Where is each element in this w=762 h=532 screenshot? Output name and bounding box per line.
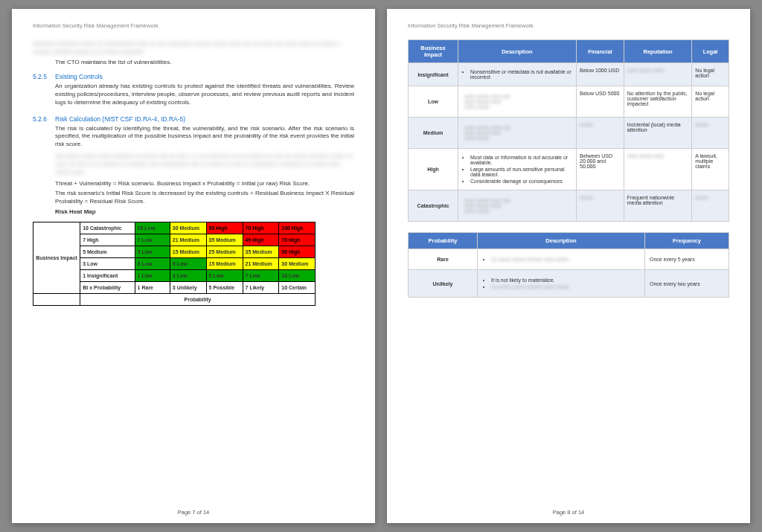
formula-text: Threat + Vulnerability = Risk scenario. … <box>55 180 354 188</box>
page-footer: Page 8 of 14 <box>387 509 750 516</box>
heat-map-title: Risk Heat Map <box>55 208 354 217</box>
section-title: Existing Controls <box>55 73 354 80</box>
section-body: An organization already has existing con… <box>55 83 354 106</box>
section-body: The risk is calculated by identifying th… <box>55 125 354 149</box>
section-title: Risk Calculation (NIST CSF ID.RA-4, ID.R… <box>55 115 354 123</box>
page-7: Information Security Risk Management Fra… <box>12 9 375 523</box>
redacted-text: xxx xxxxx xxxxx xxxx xxxxxxx xx xxxxx xx… <box>55 152 354 177</box>
page-header: Information Security Risk Management Fra… <box>408 22 729 29</box>
risk-heat-map-table: Business Impact10 Catastrophic10 Low30 M… <box>33 222 316 306</box>
section-number: 5.2.6 <box>33 115 55 219</box>
business-impact-table: Business ImpactDescriptionFinancialReput… <box>408 39 729 222</box>
redacted-text: xxxxxxx xxxxxxxx xxxxx xx xxxxxxxxxx xxx… <box>33 39 354 56</box>
section-number: 5.2.5 <box>33 73 55 109</box>
probability-table: ProbabilityDescriptionFrequencyRarexx xx… <box>408 232 729 298</box>
page-8: Information Security Risk Management Fra… <box>387 9 750 523</box>
intro-text: The CTO maintains the list of vulnerabil… <box>55 59 354 67</box>
page-footer: Page 7 of 14 <box>12 509 375 516</box>
section-525: 5.2.5 Existing Controls An organization … <box>33 73 354 109</box>
page-header: Information Security Risk Management Fra… <box>33 22 354 29</box>
section-526: 5.2.6 Risk Calculation (NIST CSF ID.RA-4… <box>33 115 354 219</box>
formula-text: The risk scenario's Initial Risk Score i… <box>55 190 354 206</box>
